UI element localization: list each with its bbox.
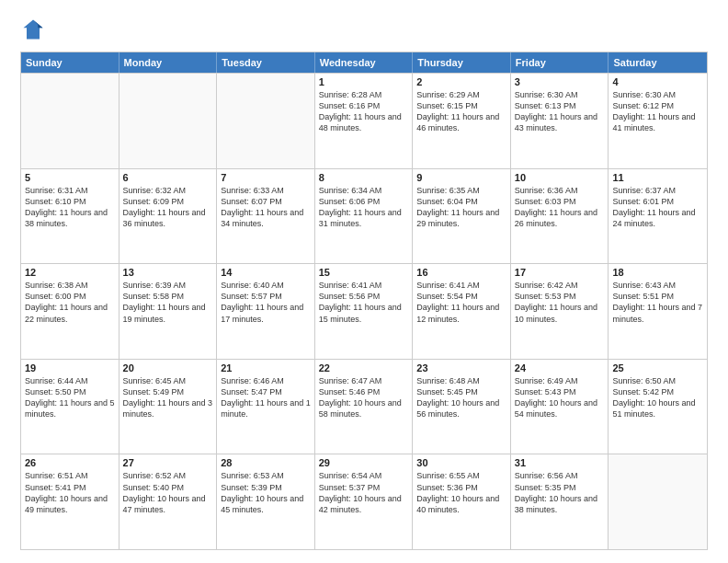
day-number: 14 [221, 267, 311, 278]
weekday-header: Sunday [21, 52, 119, 73]
calendar-cell: 28Sunrise: 6:53 AM Sunset: 5:39 PM Dayli… [217, 454, 315, 549]
calendar-cell: 12Sunrise: 6:38 AM Sunset: 6:00 PM Dayli… [21, 264, 119, 359]
day-number: 10 [515, 172, 605, 183]
day-number: 22 [319, 362, 409, 373]
calendar-cell: 21Sunrise: 6:46 AM Sunset: 5:47 PM Dayli… [217, 360, 315, 454]
day-number: 8 [319, 172, 409, 183]
svg-marker-0 [24, 20, 43, 40]
calendar-header: SundayMondayTuesdayWednesdayThursdayFrid… [21, 52, 707, 73]
calendar-cell: 8Sunrise: 6:34 AM Sunset: 6:06 PM Daylig… [315, 169, 414, 264]
calendar-cell [609, 454, 707, 549]
weekday-header: Friday [511, 52, 609, 73]
calendar-row: 5Sunrise: 6:31 AM Sunset: 6:10 PM Daylig… [21, 168, 707, 264]
day-number: 30 [416, 457, 506, 468]
day-number: 3 [515, 76, 605, 87]
calendar-cell [21, 74, 119, 168]
cell-text: Sunrise: 6:37 AM Sunset: 6:01 PM Dayligh… [612, 185, 703, 230]
calendar-cell: 10Sunrise: 6:36 AM Sunset: 6:03 PM Dayli… [511, 169, 609, 264]
cell-text: Sunrise: 6:32 AM Sunset: 6:09 PM Dayligh… [123, 185, 213, 230]
calendar-cell: 17Sunrise: 6:42 AM Sunset: 5:53 PM Dayli… [511, 264, 609, 359]
day-number: 21 [221, 362, 311, 373]
day-number: 2 [416, 76, 506, 87]
day-number: 9 [416, 172, 506, 183]
calendar-cell: 5Sunrise: 6:31 AM Sunset: 6:10 PM Daylig… [21, 169, 119, 264]
weekday-header: Tuesday [217, 52, 315, 73]
day-number: 12 [25, 267, 115, 278]
cell-text: Sunrise: 6:43 AM Sunset: 5:51 PM Dayligh… [612, 280, 703, 325]
cell-text: Sunrise: 6:54 AM Sunset: 5:37 PM Dayligh… [319, 470, 409, 515]
calendar-cell: 29Sunrise: 6:54 AM Sunset: 5:37 PM Dayli… [315, 454, 414, 549]
cell-text: Sunrise: 6:41 AM Sunset: 5:56 PM Dayligh… [319, 280, 409, 325]
day-number: 23 [416, 362, 506, 373]
day-number: 20 [123, 362, 213, 373]
cell-text: Sunrise: 6:35 AM Sunset: 6:04 PM Dayligh… [416, 185, 506, 230]
logo-icon [20, 17, 46, 42]
day-number: 27 [123, 457, 213, 468]
calendar-cell: 9Sunrise: 6:35 AM Sunset: 6:04 PM Daylig… [413, 169, 511, 264]
calendar-cell: 24Sunrise: 6:49 AM Sunset: 5:43 PM Dayli… [511, 360, 609, 454]
day-number: 13 [123, 267, 213, 278]
calendar-cell: 6Sunrise: 6:32 AM Sunset: 6:09 PM Daylig… [119, 169, 218, 264]
cell-text: Sunrise: 6:33 AM Sunset: 6:07 PM Dayligh… [221, 185, 311, 230]
day-number: 18 [612, 267, 703, 278]
cell-text: Sunrise: 6:56 AM Sunset: 5:35 PM Dayligh… [515, 470, 605, 515]
calendar-cell: 26Sunrise: 6:51 AM Sunset: 5:41 PM Dayli… [21, 454, 119, 549]
calendar-row: 19Sunrise: 6:44 AM Sunset: 5:50 PM Dayli… [21, 359, 707, 454]
day-number: 25 [612, 362, 703, 373]
day-number: 29 [319, 457, 409, 468]
cell-text: Sunrise: 6:38 AM Sunset: 6:00 PM Dayligh… [25, 280, 115, 325]
calendar-cell: 27Sunrise: 6:52 AM Sunset: 5:40 PM Dayli… [119, 454, 218, 549]
cell-text: Sunrise: 6:55 AM Sunset: 5:36 PM Dayligh… [416, 470, 506, 515]
calendar-cell: 25Sunrise: 6:50 AM Sunset: 5:42 PM Dayli… [609, 360, 707, 454]
cell-text: Sunrise: 6:30 AM Sunset: 6:13 PM Dayligh… [515, 89, 605, 134]
calendar-cell: 15Sunrise: 6:41 AM Sunset: 5:56 PM Dayli… [315, 264, 414, 359]
cell-text: Sunrise: 6:48 AM Sunset: 5:45 PM Dayligh… [416, 375, 506, 420]
cell-text: Sunrise: 6:42 AM Sunset: 5:53 PM Dayligh… [515, 280, 605, 325]
day-number: 24 [515, 362, 605, 373]
calendar-cell [217, 74, 315, 168]
cell-text: Sunrise: 6:30 AM Sunset: 6:12 PM Dayligh… [612, 89, 703, 134]
calendar-cell: 30Sunrise: 6:55 AM Sunset: 5:36 PM Dayli… [413, 454, 511, 549]
calendar-cell: 13Sunrise: 6:39 AM Sunset: 5:58 PM Dayli… [119, 264, 218, 359]
day-number: 16 [416, 267, 506, 278]
weekday-header: Wednesday [315, 52, 414, 73]
cell-text: Sunrise: 6:53 AM Sunset: 5:39 PM Dayligh… [221, 470, 311, 515]
calendar-cell: 7Sunrise: 6:33 AM Sunset: 6:07 PM Daylig… [217, 169, 315, 264]
cell-text: Sunrise: 6:28 AM Sunset: 6:16 PM Dayligh… [319, 89, 409, 134]
page: SundayMondayTuesdayWednesdayThursdayFrid… [0, 0, 728, 563]
calendar-cell: 22Sunrise: 6:47 AM Sunset: 5:46 PM Dayli… [315, 360, 414, 454]
logo [20, 17, 50, 42]
day-number: 11 [612, 172, 703, 183]
calendar-cell: 3Sunrise: 6:30 AM Sunset: 6:13 PM Daylig… [511, 74, 609, 168]
calendar-row: 26Sunrise: 6:51 AM Sunset: 5:41 PM Dayli… [21, 454, 707, 549]
cell-text: Sunrise: 6:52 AM Sunset: 5:40 PM Dayligh… [123, 470, 213, 515]
day-number: 28 [221, 457, 311, 468]
calendar-cell: 19Sunrise: 6:44 AM Sunset: 5:50 PM Dayli… [21, 360, 119, 454]
weekday-header: Monday [119, 52, 218, 73]
cell-text: Sunrise: 6:40 AM Sunset: 5:57 PM Dayligh… [221, 280, 311, 325]
cell-text: Sunrise: 6:36 AM Sunset: 6:03 PM Dayligh… [515, 185, 605, 230]
weekday-header: Thursday [413, 52, 511, 73]
calendar-cell [119, 74, 218, 168]
calendar-cell: 16Sunrise: 6:41 AM Sunset: 5:54 PM Dayli… [413, 264, 511, 359]
calendar-cell: 23Sunrise: 6:48 AM Sunset: 5:45 PM Dayli… [413, 360, 511, 454]
calendar-cell: 20Sunrise: 6:45 AM Sunset: 5:49 PM Dayli… [119, 360, 218, 454]
weekday-header: Saturday [609, 52, 707, 73]
cell-text: Sunrise: 6:39 AM Sunset: 5:58 PM Dayligh… [123, 280, 213, 325]
cell-text: Sunrise: 6:45 AM Sunset: 5:49 PM Dayligh… [123, 375, 213, 420]
calendar-body: 1Sunrise: 6:28 AM Sunset: 6:16 PM Daylig… [21, 73, 707, 549]
calendar-row: 1Sunrise: 6:28 AM Sunset: 6:16 PM Daylig… [21, 73, 707, 168]
day-number: 4 [612, 76, 703, 87]
cell-text: Sunrise: 6:44 AM Sunset: 5:50 PM Dayligh… [25, 375, 115, 420]
cell-text: Sunrise: 6:46 AM Sunset: 5:47 PM Dayligh… [221, 375, 311, 420]
day-number: 5 [25, 172, 115, 183]
header [20, 17, 708, 42]
day-number: 31 [515, 457, 605, 468]
calendar-cell: 14Sunrise: 6:40 AM Sunset: 5:57 PM Dayli… [217, 264, 315, 359]
day-number: 17 [515, 267, 605, 278]
calendar-cell: 2Sunrise: 6:29 AM Sunset: 6:15 PM Daylig… [413, 74, 511, 168]
cell-text: Sunrise: 6:34 AM Sunset: 6:06 PM Dayligh… [319, 185, 409, 230]
calendar: SundayMondayTuesdayWednesdayThursdayFrid… [20, 52, 708, 550]
calendar-row: 12Sunrise: 6:38 AM Sunset: 6:00 PM Dayli… [21, 263, 707, 359]
calendar-cell: 31Sunrise: 6:56 AM Sunset: 5:35 PM Dayli… [511, 454, 609, 549]
